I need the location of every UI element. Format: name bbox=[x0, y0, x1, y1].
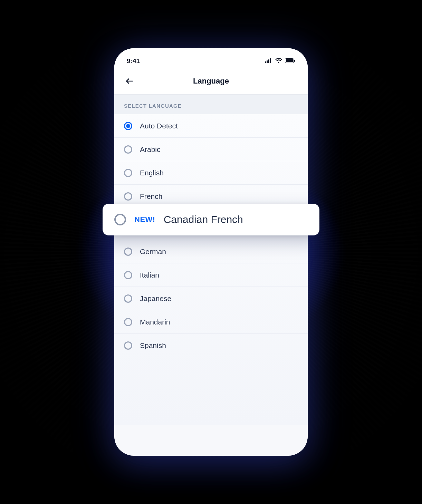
language-label: Arabic bbox=[140, 145, 161, 154]
status-icons bbox=[265, 57, 295, 65]
cellular-icon bbox=[265, 57, 272, 65]
nav-bar: Language bbox=[114, 68, 308, 95]
language-row[interactable]: Italian bbox=[114, 263, 308, 287]
svg-rect-5 bbox=[286, 59, 293, 62]
radio-icon bbox=[124, 341, 132, 350]
language-row[interactable]: Japanese bbox=[114, 287, 308, 310]
svg-rect-1 bbox=[267, 60, 268, 63]
language-label: Mandarin bbox=[140, 318, 170, 326]
section-header: SELECT LANGUAGE bbox=[114, 95, 308, 114]
radio-icon bbox=[124, 271, 132, 279]
wifi-icon bbox=[275, 57, 282, 65]
back-button[interactable] bbox=[123, 74, 136, 88]
language-label: Spanish bbox=[140, 341, 166, 350]
language-row[interactable]: English bbox=[114, 161, 308, 185]
language-label: German bbox=[140, 248, 166, 256]
svg-rect-3 bbox=[270, 58, 271, 63]
language-row[interactable]: Spanish bbox=[114, 334, 308, 357]
language-label: French bbox=[140, 192, 162, 201]
language-label: Japanese bbox=[140, 294, 171, 303]
language-row[interactable]: Arabic bbox=[114, 138, 308, 161]
status-bar: 9:41 bbox=[114, 48, 308, 68]
radio-icon bbox=[124, 169, 132, 177]
svg-rect-6 bbox=[294, 60, 295, 62]
arrow-left-icon bbox=[125, 77, 134, 86]
svg-rect-2 bbox=[268, 59, 269, 63]
language-label: Italian bbox=[140, 271, 159, 279]
svg-rect-0 bbox=[265, 61, 266, 63]
radio-icon bbox=[124, 294, 132, 303]
language-row[interactable]: Auto Detect bbox=[114, 114, 308, 138]
phone-mockup: 9:41 Language SELECT LANGUAGE Auto Detec… bbox=[114, 48, 308, 456]
radio-icon bbox=[114, 214, 126, 225]
radio-icon bbox=[124, 318, 132, 326]
radio-icon bbox=[124, 192, 132, 201]
language-list: Auto DetectArabicEnglishFrenchGermanItal… bbox=[114, 114, 308, 425]
radio-icon bbox=[124, 122, 132, 130]
radio-icon bbox=[124, 248, 132, 256]
status-time: 9:41 bbox=[127, 57, 140, 65]
phone-screen: 9:41 Language SELECT LANGUAGE Auto Detec… bbox=[114, 48, 308, 456]
language-row[interactable]: Mandarin bbox=[114, 310, 308, 334]
language-label: Canadian French bbox=[164, 214, 243, 225]
language-label: English bbox=[140, 169, 164, 177]
language-label: Auto Detect bbox=[140, 122, 178, 130]
radio-icon bbox=[124, 145, 132, 154]
language-row[interactable]: German bbox=[114, 240, 308, 263]
battery-icon bbox=[285, 57, 295, 65]
page-title: Language bbox=[193, 77, 229, 86]
language-row-canadian-french[interactable]: NEW! Canadian French bbox=[103, 204, 319, 235]
new-badge: NEW! bbox=[134, 215, 155, 224]
